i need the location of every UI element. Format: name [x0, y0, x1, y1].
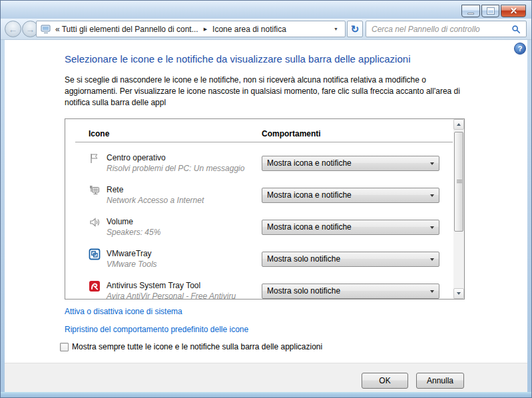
scroll-up-button[interactable] — [453, 119, 464, 130]
row-name: Rete — [107, 185, 123, 194]
ok-button[interactable]: OK — [362, 373, 408, 389]
page-description: Se si sceglie di nascondere le icone e l… — [65, 75, 460, 108]
vmware-icon — [89, 248, 101, 260]
behavior-value: Mostra icona e notifiche — [267, 190, 352, 200]
scroll-down-button[interactable] — [453, 288, 464, 299]
title-bar — [1, 1, 531, 19]
behavior-value: Mostra icona e notifiche — [267, 158, 352, 168]
breadcrumb-overflow-chevron[interactable]: « — [55, 25, 60, 34]
show-all-icons-label[interactable]: Mostra sempre tutte le icone e le notifi… — [72, 342, 322, 351]
cancel-button[interactable]: Annulla — [416, 373, 464, 389]
combo-arrow-icon — [430, 290, 434, 293]
column-header-behaviors: Comportamenti — [262, 129, 321, 138]
window: ← → ▼ « Tutti gli elementi del Pannello … — [0, 0, 532, 398]
scrollbar-grip — [457, 180, 462, 180]
navigation-bar: ← → ▼ « Tutti gli elementi del Pannello … — [1, 19, 531, 40]
search-icon[interactable] — [511, 25, 521, 34]
row-name: VMwareTray — [107, 249, 152, 258]
refresh-button[interactable]: ↻ — [347, 21, 363, 37]
refresh-icon: ↻ — [351, 23, 360, 35]
maximize-icon — [487, 8, 494, 14]
forward-icon: → — [26, 24, 35, 35]
row-subtitle: Network Accesso a Internet — [107, 196, 204, 205]
behavior-value: Mostra icona e notifiche — [267, 222, 352, 232]
close-button[interactable] — [501, 5, 526, 17]
behavior-value: Mostra solo notifiche — [267, 286, 340, 296]
minimize-button[interactable] — [461, 5, 480, 17]
row-name: Antivirus System Tray Tool — [107, 281, 200, 290]
scrollbar-thumb[interactable] — [454, 132, 463, 232]
show-all-icons-checkbox[interactable] — [60, 343, 69, 351]
row-subtitle: Avira AntiVir Personal - Free Antiviru — [107, 292, 236, 299]
link-restore-defaults[interactable]: Ripristino del comportamento predefinito… — [65, 325, 248, 334]
row-subtitle: Speakers: 45% — [107, 228, 160, 237]
column-header-icons: Icone — [89, 129, 109, 138]
row-name: Volume — [107, 217, 133, 226]
behavior-select[interactable]: Mostra solo notifiche — [262, 284, 439, 299]
volume-icon — [89, 216, 101, 228]
page-title: Selezionare le icone e le notifiche da v… — [65, 53, 504, 65]
description-line: notifica sulla barra delle appl — [65, 97, 460, 108]
list-scrollbar[interactable] — [453, 119, 464, 299]
breadcrumb-item-root[interactable]: Tutti gli elementi del Pannello di cont.… — [62, 25, 198, 34]
network-icon — [89, 184, 101, 196]
search-placeholder: Cerca nel Pannello di controllo — [372, 25, 511, 34]
description-line: Se si sceglie di nascondere le icone e l… — [65, 75, 460, 86]
combo-arrow-icon — [430, 194, 434, 197]
search-box[interactable]: Cerca nel Pannello di controllo — [366, 21, 527, 37]
help-button[interactable]: ? — [514, 43, 526, 55]
address-dropdown-icon[interactable]: ▼ — [332, 27, 340, 31]
combo-arrow-icon — [430, 258, 434, 261]
caption-buttons — [461, 5, 526, 17]
description-line: aggiornamenti. Per visualizzare le icone… — [65, 86, 460, 97]
action-center-flag-icon — [89, 152, 101, 164]
row-subtitle: Risolvi problemi del PC: Un messaggio — [107, 164, 244, 173]
header-divider — [75, 142, 453, 142]
content-area: ? Selezionare le icone e le notifiche da… — [5, 40, 527, 363]
footer-bar: OK Annulla — [5, 363, 527, 393]
control-panel-icon — [41, 25, 51, 34]
link-system-icons[interactable]: Attiva o disattiva icone di sistema — [65, 307, 182, 316]
row-name: Centro operativo — [107, 153, 166, 162]
combo-arrow-icon — [430, 162, 434, 165]
close-icon — [510, 7, 517, 15]
behavior-value: Mostra solo notifiche — [267, 254, 340, 264]
behavior-select[interactable]: Mostra icona e notifiche — [262, 156, 439, 171]
behavior-select[interactable]: Mostra solo notifiche — [262, 252, 439, 267]
address-bar[interactable]: « Tutti gli elementi del Pannello di con… — [36, 21, 346, 37]
behavior-select[interactable]: Mostra icona e notifiche — [262, 220, 439, 235]
maximize-button[interactable] — [481, 5, 499, 17]
row-subtitle: VMware Tools — [107, 260, 157, 269]
scroll-up-icon — [457, 123, 461, 126]
behavior-select[interactable]: Mostra icona e notifiche — [262, 188, 439, 203]
avira-antivirus-icon — [89, 280, 101, 292]
back-button[interactable]: ← — [5, 21, 21, 37]
icon-behavior-list: Icone Comportamenti Centro operativo Ris… — [65, 118, 465, 299]
minimize-icon — [467, 13, 474, 15]
scroll-down-icon — [457, 292, 461, 295]
back-icon: ← — [9, 24, 18, 35]
window-bottom-frame — [1, 392, 531, 397]
breadcrumb-item-current[interactable]: Icone area di notifica — [212, 25, 286, 34]
combo-arrow-icon — [430, 226, 434, 229]
breadcrumb-separator-icon: ▶ — [204, 27, 207, 32]
